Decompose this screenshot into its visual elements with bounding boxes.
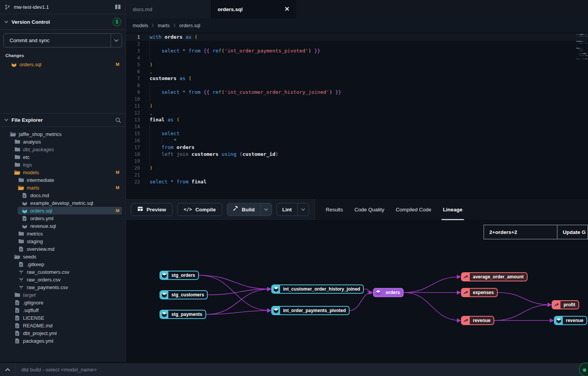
lineage-node-revenue_model[interactable]: revenue: [554, 316, 587, 325]
tree-item-raw_payments.csv[interactable]: raw_payments.csv: [0, 283, 125, 291]
tree-item-seeds[interactable]: seeds: [0, 253, 125, 260]
result-tab-results[interactable]: Results: [326, 199, 343, 220]
result-tab-compiled-code[interactable]: Compiled Code: [396, 199, 432, 220]
line-number: 2: [126, 41, 140, 47]
code-editor[interactable]: with orders as ( select * from {{ ref('i…: [126, 33, 588, 198]
tree-item-docs.md[interactable]: docs.md: [0, 191, 125, 199]
tree-item-target[interactable]: target: [0, 291, 125, 299]
update-graph-button[interactable]: Update G: [557, 225, 588, 239]
line-number: 19: [126, 158, 140, 165]
tree-item-example_develop_metric.sql[interactable]: example_develop_metric.sql: [0, 199, 125, 207]
tree-item-marts[interactable]: martsM: [0, 184, 125, 191]
code-line-19: 19: [126, 158, 588, 165]
lint-button[interactable]: Lint: [277, 203, 297, 216]
code-line-2: 2: [126, 41, 588, 47]
tree-item-label: README.md: [23, 323, 52, 329]
lineage-node-int_customer_order_history_joined[interactable]: int_customer_order_history_joined: [271, 284, 364, 294]
code-line-6: 6,: [126, 68, 588, 75]
command-input[interactable]: dbt build --select <model_name>: [15, 367, 97, 373]
tree-item-staging[interactable]: staging: [0, 237, 125, 245]
result-tab-lineage[interactable]: Lineage: [443, 199, 463, 220]
status-indicator[interactable]: [579, 363, 588, 376]
lineage-controls: 2+orders+2 Update G: [484, 225, 588, 239]
tree-item-label: docs.md: [30, 193, 49, 198]
result-tab-code-quality[interactable]: Code Quality: [355, 199, 384, 220]
model-icon: [21, 223, 28, 229]
close-icon[interactable]: ✕: [285, 6, 290, 12]
tree-item-analysis[interactable]: analysis: [0, 138, 125, 145]
tab-orders.sql[interactable]: orders.sql✕: [211, 0, 296, 18]
tree-item-intermediate[interactable]: intermediate: [0, 176, 125, 184]
tree-item-etc[interactable]: etc: [0, 153, 125, 161]
tree-item-jaffle_shop_metrics[interactable]: jaffle_shop_metrics: [0, 130, 125, 138]
tree-item-label: seeds: [23, 254, 36, 260]
model-icon: [21, 200, 28, 206]
commit-options-caret[interactable]: [111, 34, 122, 47]
line-number: 20: [126, 165, 140, 172]
file-explorer-header[interactable]: File Explorer: [0, 113, 125, 127]
tree-item-.sqlfluff[interactable]: .sqlfluff: [0, 306, 125, 314]
tree-item-README.md[interactable]: README.md: [0, 322, 125, 329]
breadcrumb-item[interactable]: marts: [158, 23, 169, 28]
build-button-group: Build: [227, 203, 272, 216]
folder-icon: [14, 147, 20, 152]
changed-file-orders.sql[interactable]: orders.sql M: [0, 60, 125, 69]
lineage-node-label: profit: [560, 301, 578, 309]
tab-docs.md[interactable]: docs.md: [126, 0, 211, 18]
version-control-header[interactable]: Version Control 1: [0, 14, 125, 30]
tree-item-label: .sqlfluff: [23, 307, 39, 313]
build-button[interactable]: Build: [227, 203, 260, 216]
lineage-node-orders[interactable]: orders: [373, 288, 404, 297]
metric-icon: [462, 273, 470, 281]
code-line-20: 20): [126, 165, 588, 172]
tree-item-label: raw_payments.csv: [27, 284, 68, 290]
preview-button[interactable]: Preview: [131, 203, 173, 216]
tree-item-.gitignore[interactable]: .gitignore: [0, 299, 125, 306]
tree-item-.gitkeep[interactable]: .gitkeep: [0, 260, 125, 268]
tree-item-metrics[interactable]: metrics: [0, 230, 125, 237]
tree-item-orders.yml[interactable]: orders.yml: [0, 214, 125, 222]
tree-item-models[interactable]: modelsM: [0, 168, 125, 176]
tree-item-raw_customers.csv[interactable]: raw_customers.csv: [0, 268, 125, 276]
folder-open-icon: [18, 185, 24, 190]
tree-item-LICENSE[interactable]: LICENSE: [0, 314, 125, 322]
tree-item-packages.yml[interactable]: packages.yml: [0, 337, 125, 345]
lineage-node-stg_payments[interactable]: stg_payments: [160, 310, 206, 319]
tree-item-overview.md[interactable]: overview.md: [0, 245, 125, 253]
seed-icon: [18, 277, 24, 282]
lineage-node-stg_orders[interactable]: stg_orders: [160, 271, 199, 280]
line-number: 18: [126, 151, 140, 158]
breadcrumb-item[interactable]: models: [133, 23, 148, 28]
lineage-node-stg_customers[interactable]: stg_customers: [160, 290, 208, 299]
model-cube-icon: [160, 271, 168, 279]
tree-item-raw_orders.csv[interactable]: raw_orders.csv: [0, 276, 125, 283]
code-line-17: 17 from orders: [126, 144, 588, 151]
lineage-node-expenses[interactable]: expenses: [461, 288, 498, 297]
lineage-node-profit[interactable]: profit: [552, 300, 579, 309]
lineage-node-average_order_amount[interactable]: average_order_amount: [461, 272, 528, 281]
tree-item-dbt_packages[interactable]: dbt_packages: [0, 145, 125, 153]
compile-button[interactable]: </> Compile: [177, 203, 222, 216]
lineage-node-revenue_metric[interactable]: revenue: [461, 316, 494, 325]
tree-item-logs[interactable]: logs: [0, 161, 125, 168]
code-line-18: 18 left join customers using (customer_i…: [126, 151, 588, 158]
lint-options-caret[interactable]: [297, 203, 309, 216]
lineage-node-int_order_payments_pivoted[interactable]: int_order_payments_pivoted: [271, 306, 350, 315]
chevron-right-icon: [151, 23, 154, 28]
lint-label: Lint: [282, 207, 292, 213]
file-icon: [14, 308, 20, 313]
search-icon[interactable]: [115, 117, 121, 123]
editor-tabbar: docs.mdorders.sql✕: [126, 0, 588, 18]
split-panels-icon[interactable]: [115, 4, 121, 10]
tree-item-revenue.sql[interactable]: revenue.sql: [0, 222, 125, 230]
commit-and-sync-button[interactable]: Commit and sync: [4, 34, 111, 47]
tree-item-orders.sql[interactable]: orders.sqlM: [0, 207, 125, 214]
changes-label: Changes: [5, 53, 125, 58]
build-options-caret[interactable]: [260, 203, 272, 216]
main-area: docs.mdorders.sql✕ modelsmartsorders.sql…: [126, 0, 588, 362]
tree-item-dbt_project.yml[interactable]: dbt_project.yml: [0, 329, 125, 337]
breadcrumb-item[interactable]: orders.sql: [179, 23, 200, 28]
toolbar-buttons: Preview </> Compile Build: [126, 199, 314, 220]
chevron-up-icon[interactable]: [0, 363, 15, 376]
lineage-selector-input[interactable]: 2+orders+2: [484, 225, 557, 239]
